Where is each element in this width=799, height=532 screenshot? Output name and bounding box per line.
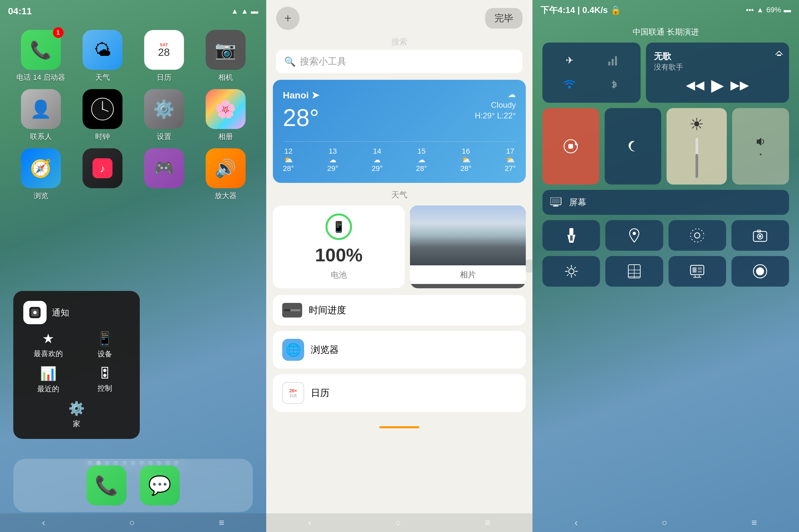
- app-weather[interactable]: 🌤 天气: [75, 30, 130, 82]
- app-settings[interactable]: ⚙️ 设置: [137, 89, 192, 141]
- back-button-2[interactable]: ‹: [308, 517, 311, 528]
- list-item-browser[interactable]: 🌐 浏览器: [273, 331, 526, 369]
- control-icon: 🎛: [98, 366, 111, 381]
- settings-quick-btn[interactable]: [669, 220, 726, 251]
- amplifier-icon[interactable]: 🔊: [206, 148, 246, 188]
- svg-rect-19: [568, 144, 573, 149]
- camera-quick-btn[interactable]: [731, 220, 789, 251]
- weather-city: Hanoi ➤: [283, 90, 319, 101]
- photos-icon[interactable]: 🌸: [206, 89, 246, 129]
- menu-button-2[interactable]: ≡: [485, 517, 490, 528]
- location-btn[interactable]: [605, 220, 663, 251]
- volume-control[interactable]: ▪: [732, 108, 789, 185]
- done-button[interactable]: 完毕: [485, 8, 523, 28]
- panel1-home-screen: 04:11 ▲ ▲ ▬ 📞 1 电话 14 启动器 🌤 天气 SAT 2: [0, 0, 266, 532]
- app-contacts[interactable]: 👤 联系人: [13, 89, 68, 141]
- weather-cloud-icon: ☁: [475, 90, 516, 99]
- home-button-3[interactable]: ○: [662, 517, 668, 528]
- torch-btn[interactable]: [542, 220, 600, 251]
- airplane-mode-btn[interactable]: ✈: [549, 49, 590, 71]
- control-label: 控制: [97, 383, 112, 393]
- svg-rect-24: [569, 228, 574, 235]
- brightness-bar[interactable]: [695, 138, 698, 178]
- settings-label: 设置: [157, 132, 171, 141]
- contacts-icon[interactable]: 👤: [21, 89, 61, 129]
- airplay-icon[interactable]: [774, 48, 784, 59]
- safari-label: 浏览: [34, 191, 48, 201]
- app-amplifier[interactable]: 🔊 放大器: [198, 148, 253, 201]
- list-item-time-progress[interactable]: 时间进度: [273, 295, 526, 325]
- home-button-1[interactable]: ○: [129, 517, 135, 528]
- list-item-calendar[interactable]: 26+ 日历 日历: [273, 374, 526, 412]
- forecast-day-2: 13☁29°: [327, 147, 338, 173]
- purple-icon[interactable]: 🎮: [144, 148, 184, 188]
- photo-widget[interactable]: 相片: [410, 206, 526, 288]
- siri-device[interactable]: 📱 设备: [80, 331, 130, 359]
- record-btn[interactable]: [731, 256, 789, 287]
- bluetooth-btn[interactable]: [593, 75, 634, 96]
- dock-messages[interactable]: 💬: [140, 466, 180, 506]
- cc-top-row: ✈: [542, 42, 789, 103]
- app-purple[interactable]: 🎮: [137, 148, 192, 201]
- siri-home[interactable]: ⚙️ 家: [23, 401, 130, 429]
- do-not-disturb-btn[interactable]: [605, 108, 661, 185]
- svg-point-16: [568, 86, 571, 89]
- weather-widget[interactable]: Hanoi ➤ 28° ☁ Cloudy H:29° L:22° 12⛅28° …: [273, 80, 526, 183]
- cellular-btn[interactable]: [593, 49, 634, 71]
- home-button-2[interactable]: ○: [395, 517, 401, 528]
- calculator-btn[interactable]: [605, 256, 663, 287]
- app-photos[interactable]: 🌸 相册: [198, 89, 253, 141]
- signal-icon: ▲: [231, 7, 238, 16]
- calendar-list-icon: 26+ 日历: [282, 382, 304, 404]
- dock-phone[interactable]: 📞: [87, 466, 126, 506]
- clock-icon[interactable]: [83, 89, 123, 129]
- back-button-1[interactable]: ‹: [42, 517, 45, 528]
- nav-bar-1: ‹ ○ ≡: [0, 513, 266, 532]
- app-phone[interactable]: 📞 1 电话 14 启动器: [13, 30, 68, 82]
- svg-point-9: [33, 311, 37, 314]
- search-bar[interactable]: 🔍 搜索小工具: [276, 50, 523, 73]
- next-btn[interactable]: ▶▶: [730, 78, 749, 92]
- calendar-icon[interactable]: SAT 28: [144, 30, 184, 70]
- wifi-toggle-btn[interactable]: [549, 75, 590, 96]
- music-controls: ◀◀ ▶ ▶▶: [654, 75, 781, 95]
- weather-icon[interactable]: 🌤: [83, 30, 123, 70]
- safari-icon[interactable]: 🧭: [21, 148, 61, 188]
- photo-label: 相片: [410, 265, 526, 284]
- app-clock[interactable]: 时钟: [75, 89, 130, 141]
- siri-header-label: 通知: [52, 307, 69, 319]
- menu-button-1[interactable]: ≡: [219, 517, 224, 528]
- svg-line-40: [574, 267, 576, 268]
- app-safari[interactable]: 🧭 浏览: [13, 148, 68, 201]
- menu-button-3[interactable]: ≡: [751, 517, 757, 528]
- siri-favorites[interactable]: ★ 最喜欢的: [23, 331, 73, 359]
- music-icon[interactable]: ♪: [83, 148, 123, 188]
- camera-icon[interactable]: 📷: [206, 30, 246, 70]
- status-icons-3: ▪▪▪ ▲ 69% ▬: [746, 6, 791, 14]
- widget-scroll-area[interactable]: Hanoi ➤ 28° ☁ Cloudy H:29° L:22° 12⛅28° …: [266, 80, 532, 532]
- phone-icon[interactable]: 📞 1: [21, 30, 61, 70]
- svg-rect-17: [777, 55, 781, 56]
- app-calendar[interactable]: SAT 28 日历: [137, 30, 192, 82]
- lock-rotation-btn[interactable]: [542, 108, 599, 185]
- siri-control[interactable]: 🎛 控制: [80, 366, 130, 394]
- svg-rect-21: [552, 199, 560, 204]
- screen-mirror-btn[interactable]: 屏幕: [542, 190, 789, 215]
- brightness2-btn[interactable]: [542, 256, 600, 287]
- back-button-3[interactable]: ‹: [574, 517, 577, 528]
- add-button[interactable]: +: [276, 7, 299, 30]
- display-btn[interactable]: [669, 256, 726, 287]
- svg-point-55: [756, 267, 764, 275]
- app-camera[interactable]: 📷 相机: [198, 30, 253, 82]
- play-btn[interactable]: ▶: [711, 75, 724, 95]
- dock: 📞 💬: [13, 459, 253, 512]
- siri-recent[interactable]: 📊 最近的: [23, 366, 73, 394]
- battery-bar-3: ▬: [784, 6, 791, 14]
- brightness-control[interactable]: ☀: [667, 108, 727, 185]
- battery-widget[interactable]: 📱 100% 电池: [273, 206, 405, 288]
- app-music[interactable]: ♪: [75, 148, 130, 201]
- phone-label: 电话 14 启动器: [16, 73, 65, 82]
- settings-icon[interactable]: ⚙️: [144, 89, 184, 129]
- prev-btn[interactable]: ◀◀: [686, 78, 705, 92]
- svg-rect-23: [555, 205, 557, 206]
